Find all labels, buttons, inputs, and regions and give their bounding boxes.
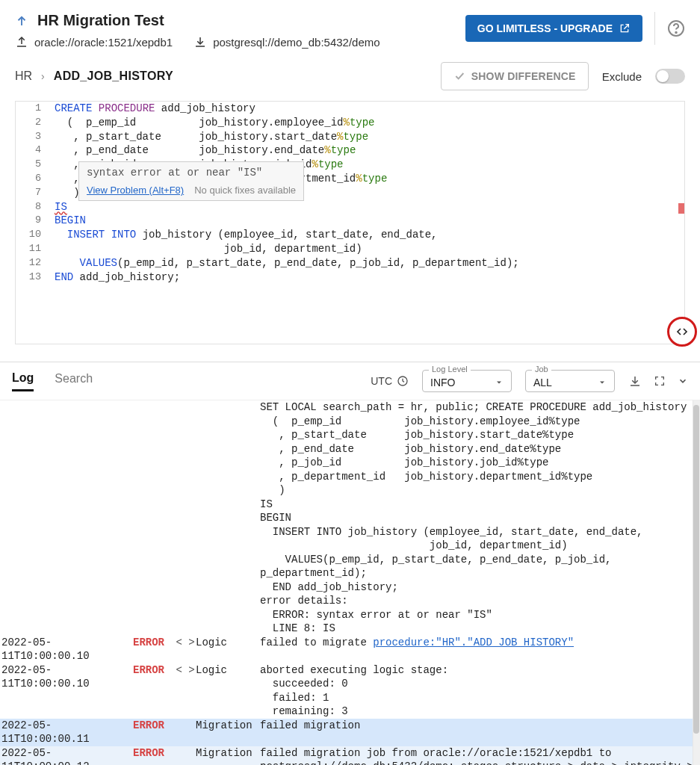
line-number: 7 — [16, 186, 55, 200]
log-category: Migration — [196, 719, 260, 746]
fullscreen-icon[interactable] — [654, 375, 666, 387]
line-number: 12 — [16, 256, 55, 270]
log-line: job_id, department_id) — [0, 539, 700, 553]
hover-message: syntax error at or near "IS" — [87, 167, 296, 179]
log-message: failed to migrate procedure:"HR"."ADD_JO… — [260, 636, 700, 663]
log-entry[interactable]: 2022-05-11T10:00:00.10ERROR< >Logicabort… — [0, 663, 700, 719]
chevron-down-icon — [598, 378, 607, 387]
log-level: ERROR — [133, 663, 175, 719]
line-number: 3 — [16, 130, 55, 144]
scrollbar[interactable] — [693, 400, 700, 765]
log-category: Migration — [196, 746, 260, 766]
log-line: , p_end_date job_history.end_date%type — [0, 442, 700, 456]
divider — [654, 12, 655, 45]
job-select[interactable]: Job ALL — [525, 370, 615, 392]
code-line[interactable]: 4 , p_end_date job_history.end_date%type — [16, 143, 684, 158]
log-level: ERROR — [133, 636, 175, 663]
log-line: , p_department_id job_history.department… — [0, 470, 700, 484]
tab-log[interactable]: Log — [12, 371, 34, 391]
breadcrumb-bar: HR › ADD_JOB_HISTORY SHOW DIFFERENCE Exc… — [0, 55, 700, 98]
log-entry[interactable]: 2022-05-11T10:00:00.12ERRORMigrationfail… — [0, 746, 700, 766]
log-message: failed migration — [260, 719, 700, 746]
log-line: IS — [0, 498, 700, 512]
log-category-icon — [175, 746, 196, 766]
code-line[interactable]: 8IS — [16, 200, 684, 214]
code-line[interactable]: 1CREATE PROCEDURE add_job_history — [16, 102, 684, 116]
page-title: HR Migration Test — [37, 12, 164, 29]
log-line: LINE 8: IS — [0, 622, 700, 636]
source-connection: oracle://oracle:1521/xepdb1 — [15, 35, 173, 49]
collapse-panel-icon[interactable] — [678, 376, 688, 386]
log-line: ) — [0, 483, 700, 498]
breadcrumb-current: ADD_JOB_HISTORY — [54, 69, 173, 83]
log-line: INSERT INTO job_history (employee_id, st… — [0, 525, 700, 539]
code-line[interactable]: 3 , p_start_date job_history.start_date%… — [16, 130, 684, 144]
log-timestamp: 2022-05-11T10:00:00.10 — [0, 663, 133, 719]
line-number: 10 — [16, 228, 55, 242]
download-icon — [193, 35, 207, 49]
line-number: 1 — [16, 102, 55, 116]
log-level-select[interactable]: Log Level INFO — [422, 370, 512, 392]
code-line[interactable]: 11 job_id, department_id) — [16, 242, 684, 256]
help-icon[interactable] — [667, 19, 685, 37]
log-timestamp: 2022-05-11T10:00:00.12 — [0, 746, 133, 766]
upload-icon — [15, 35, 28, 49]
log-message: aborted executing logic stage: succeeded… — [260, 663, 700, 719]
exclude-label: Exclude — [602, 70, 642, 83]
chevron-down-icon — [495, 378, 504, 387]
timezone-indicator[interactable]: UTC — [371, 375, 409, 387]
svg-point-1 — [675, 32, 677, 34]
side-panel-toggle[interactable] — [667, 317, 697, 347]
exclude-toggle[interactable] — [655, 69, 685, 84]
log-line: p_department_id); — [0, 566, 700, 580]
log-category: Logic — [196, 636, 260, 663]
tab-search[interactable]: Search — [55, 372, 93, 390]
log-timestamp: 2022-05-11T10:00:00.11 — [0, 719, 133, 746]
line-number: 9 — [16, 214, 55, 228]
clock-icon — [397, 375, 409, 387]
upgrade-button[interactable]: GO LIMITLESS - UPGRADE — [465, 15, 642, 42]
log-output[interactable]: SET LOCAL search_path = hr, public; CREA… — [0, 400, 700, 765]
download-log-icon[interactable] — [628, 374, 642, 388]
log-line: error details: — [0, 594, 700, 608]
chevron-right-icon: › — [41, 70, 45, 82]
line-number: 6 — [16, 172, 55, 186]
diagnostic-hover: syntax error at or near "IS" View Proble… — [78, 161, 304, 201]
breadcrumb-root[interactable]: HR — [15, 69, 32, 83]
log-line: ERROR: syntax error at or near "IS" — [0, 608, 700, 622]
breadcrumb: HR › ADD_JOB_HISTORY — [15, 69, 173, 83]
log-entry[interactable]: 2022-05-11T10:00:00.10ERROR< >Logicfaile… — [0, 636, 700, 663]
log-category-icon: < > — [175, 636, 196, 663]
log-line: END add_job_history; — [0, 580, 700, 595]
log-line: , p_job_id job_history.job_id%type — [0, 456, 700, 470]
bottom-panel: Log Search UTC Log Level INFO Job ALL — [0, 362, 700, 765]
log-category-icon — [175, 719, 196, 746]
line-number: 13 — [16, 270, 55, 285]
up-arrow-icon[interactable] — [15, 14, 28, 28]
show-difference-button[interactable]: SHOW DIFFERENCE — [441, 62, 589, 90]
hover-hint: No quick fixes available — [194, 185, 296, 196]
log-link[interactable]: procedure:"HR"."ADD_JOB_HISTORY" — [373, 637, 574, 648]
code-editor[interactable]: 1CREATE PROCEDURE add_job_history2 ( p_e… — [15, 101, 685, 344]
log-category: Logic — [196, 663, 260, 719]
log-line: ( p_emp_id job_history.employee_id%type — [0, 415, 700, 429]
code-line[interactable]: 10 INSERT INTO job_history (employee_id,… — [16, 228, 684, 242]
log-entry[interactable]: 2022-05-11T10:00:00.11ERRORMigrationfail… — [0, 719, 700, 746]
source-url: oracle://oracle:1521/xepdb1 — [34, 36, 173, 49]
error-marker — [678, 203, 684, 214]
log-category-icon: < > — [175, 663, 196, 719]
log-line: , p_start_date job_history.start_date%ty… — [0, 428, 700, 442]
log-timestamp: 2022-05-11T10:00:00.10 — [0, 636, 133, 663]
log-line: BEGIN — [0, 511, 700, 525]
code-line[interactable]: 2 ( p_emp_id job_history.employee_id%typ… — [16, 116, 684, 130]
code-line[interactable]: 12 VALUES(p_emp_id, p_start_date, p_end_… — [16, 256, 684, 270]
view-problem-link[interactable]: View Problem (Alt+F8) — [87, 185, 184, 196]
log-level: ERROR — [133, 746, 175, 766]
header: HR Migration Test oracle://oracle:1521/x… — [0, 0, 700, 55]
line-number: 5 — [16, 158, 55, 172]
target-url: postgresql://demo_db:5432/demo — [213, 36, 380, 49]
code-line[interactable]: 9BEGIN — [16, 214, 684, 228]
line-number: 4 — [16, 143, 55, 158]
log-line: VALUES(p_emp_id, p_start_date, p_end_dat… — [0, 553, 700, 567]
code-line[interactable]: 13END add_job_history; — [16, 270, 684, 285]
